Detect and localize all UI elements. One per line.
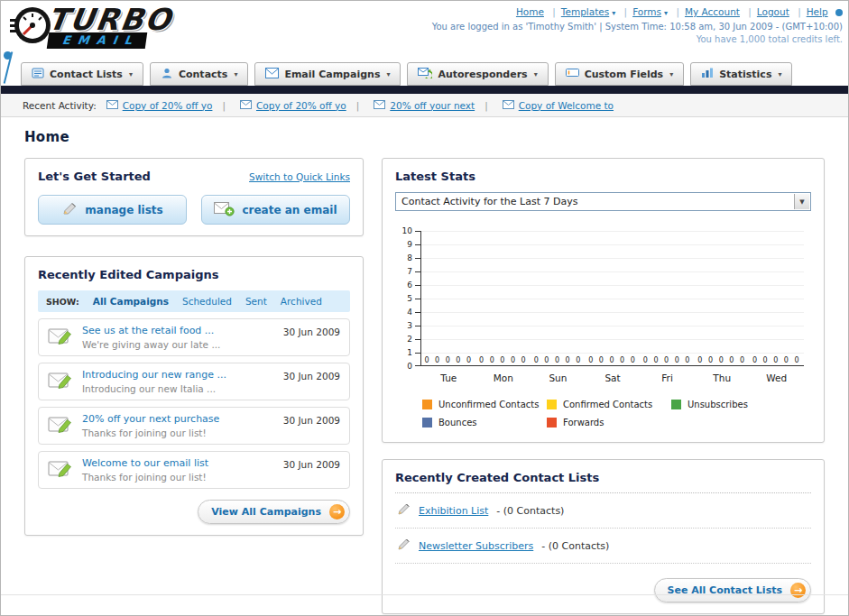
campaign-edit-icon — [48, 415, 73, 438]
campaign-list-item: See us at the retail food ... We're givi… — [38, 318, 350, 356]
legend-swatch — [671, 400, 681, 409]
recent-activity-item: Copy of Welcome to — [484, 100, 614, 111]
statistics-icon — [701, 67, 714, 81]
chart-y-axis: 012345678910 — [395, 231, 420, 366]
tab-statistics[interactable]: Statistics — [690, 62, 792, 86]
chart-plot: 0 0 0 0 00 0 0 0 00 0 0 0 00 0 0 0 00 0 … — [420, 231, 804, 366]
recent-activity-link[interactable]: 20% off your next — [390, 100, 475, 111]
tab-label: Email Campaigns — [284, 69, 380, 80]
logo-text: TURBO EMAIL — [48, 5, 172, 49]
logo-title: TURBO — [46, 5, 175, 34]
tab-custom-fields[interactable]: Custom Fields — [555, 62, 685, 86]
recent-activity-link[interactable]: Copy of Welcome to — [519, 100, 614, 111]
filter-tab-scheduled[interactable]: Scheduled — [182, 296, 232, 307]
legend-item: Bounces — [422, 418, 547, 428]
view-all-campaigns-button[interactable]: View All Campaigns → — [198, 500, 350, 524]
top-link-my-account[interactable]: My Account — [685, 6, 740, 17]
page-title: Home — [24, 129, 825, 145]
recent-activity-item: 20% off your next — [356, 100, 475, 111]
right-column: Latest Stats Contact Activity for the La… — [382, 158, 825, 614]
campaign-subtitle: Thanks for joining our list! — [82, 472, 274, 483]
campaign-title-link[interactable]: See us at the retail food ... — [82, 325, 274, 336]
app-logo[interactable]: TURBO EMAIL — [10, 4, 172, 50]
logo-subtitle: EMAIL — [61, 33, 140, 47]
campaign-list-item: 20% off your next purchase Thanks for jo… — [38, 407, 350, 445]
contact-list-count: - (0 Contacts) — [541, 540, 609, 552]
legend-label: Bounces — [438, 418, 477, 428]
campaign-date: 30 Jun 2009 — [283, 459, 340, 483]
top-link-home[interactable]: Home — [516, 6, 544, 17]
tab-contacts[interactable]: Contacts — [150, 62, 248, 86]
manage-lists-label: manage lists — [85, 204, 162, 216]
tab-label: Contacts — [179, 69, 227, 80]
pencil-icon — [397, 502, 411, 519]
top-link-templates[interactable]: Templates — [561, 6, 615, 17]
page-root: TURBO EMAIL Home Templates Forms My Acco… — [0, 0, 849, 616]
top-link-help[interactable]: Help — [807, 6, 828, 17]
campaign-subtitle: We're giving away our late ... — [82, 339, 274, 350]
campaigns-filter-tabs: SHOW: All Campaigns Scheduled Sent Archi… — [38, 290, 350, 312]
recent-activity-link[interactable]: Copy of 20% off yo — [256, 100, 346, 111]
campaign-title-link[interactable]: Welcome to our email list — [82, 457, 274, 469]
legend-swatch — [547, 400, 557, 409]
see-all-contact-lists-button[interactable]: See All Contact Lists → — [654, 578, 811, 602]
recent-activity-item: Copy of 20% off yo — [106, 100, 213, 111]
legend-label: Unconfirmed Contacts — [438, 400, 539, 409]
left-column: Let's Get Started Switch to Quick Links … — [24, 158, 364, 536]
contact-list-count: - (0 Contacts) — [496, 505, 564, 517]
envelope-icon — [106, 100, 118, 111]
pencil-icon — [61, 201, 78, 218]
stats-filter-dropdown[interactable]: Contact Activity for the Last 7 Days ▼ — [395, 192, 811, 211]
contact-lists-panel-title: Recently Created Contact Lists — [395, 471, 811, 493]
help-icon[interactable] — [835, 9, 843, 16]
tab-autoresponders[interactable]: Autoresponders — [407, 62, 548, 86]
campaign-date: 30 Jun 2009 — [283, 415, 340, 438]
tab-contact-lists[interactable]: Contact Lists — [21, 62, 143, 86]
contact-list-link[interactable]: Newsletter Subscribers — [419, 540, 533, 552]
envelope-icon — [240, 100, 252, 111]
campaign-list-item: Introducing our new range ... Introducin… — [38, 363, 350, 400]
filter-tab-sent[interactable]: Sent — [245, 296, 267, 307]
campaign-title-link[interactable]: Introducing our new range ... — [82, 369, 274, 381]
recent-activity-item: Copy of 20% off yo — [222, 100, 346, 111]
arrow-right-icon: → — [329, 504, 345, 519]
top-link-forms[interactable]: Forms — [632, 6, 668, 17]
envelope-plus-icon — [214, 201, 235, 219]
filter-tab-all-campaigns[interactable]: All Campaigns — [93, 296, 169, 307]
legend-item: Unconfirmed Contacts — [422, 400, 547, 409]
recent-activity-label: Recent Activity: — [23, 100, 97, 111]
login-info: You are logged in as 'Timothy Smith' | S… — [432, 22, 843, 32]
main-nav: Contact Lists Contacts Email Campaigns A… — [1, 62, 848, 86]
filter-tab-archived[interactable]: Archived — [281, 296, 322, 307]
chart-x-axis: TueMonSunSatFriThuWed — [421, 372, 804, 383]
create-email-button[interactable]: create an email — [201, 195, 350, 225]
campaign-list-item: Welcome to our email list Thanks for joi… — [38, 451, 350, 489]
logo-subtitle-bar: EMAIL — [47, 32, 148, 49]
legend-swatch — [422, 400, 432, 409]
tab-label: Custom Fields — [585, 69, 664, 80]
contacts-icon — [161, 67, 173, 82]
campaign-title-link[interactable]: 20% off your next purchase — [82, 413, 274, 425]
top-nav: Home Templates Forms My Account Logout H… — [432, 6, 843, 17]
switch-quick-links-link[interactable]: Switch to Quick Links — [249, 171, 350, 182]
campaign-date: 30 Jun 2009 — [283, 371, 340, 394]
contact-list-link[interactable]: Exhibition List — [419, 505, 488, 517]
recent-campaigns-panel: Recently Edited Campaigns SHOW: All Camp… — [24, 256, 364, 536]
legend-item: Forwards — [547, 418, 671, 428]
logo-needle-dot — [4, 51, 12, 60]
recent-contact-lists-panel: Recently Created Contact Lists Exhibitio… — [382, 459, 825, 614]
stats-panel-title: Latest Stats — [395, 170, 811, 183]
legend-item: Confirmed Contacts — [547, 400, 671, 409]
manage-lists-button[interactable]: manage lists — [38, 195, 187, 225]
arrow-right-icon: → — [790, 583, 806, 598]
view-all-campaigns-label: View All Campaigns — [211, 506, 321, 518]
chart-value-labels: 0 0 0 0 00 0 0 0 00 0 0 0 00 0 0 0 00 0 … — [421, 356, 804, 364]
contact-list-item: Exhibition List - (0 Contacts) — [395, 493, 811, 529]
top-link-logout[interactable]: Logout — [757, 6, 789, 17]
tab-email-campaigns[interactable]: Email Campaigns — [254, 62, 401, 86]
campaign-edit-icon — [48, 326, 73, 350]
stats-filter-value: Contact Activity for the Last 7 Days — [401, 196, 577, 207]
campaigns-panel-title: Recently Edited Campaigns — [38, 268, 350, 281]
recent-activity-link[interactable]: Copy of 20% off yo — [123, 100, 213, 111]
custom-fields-icon — [566, 67, 579, 81]
